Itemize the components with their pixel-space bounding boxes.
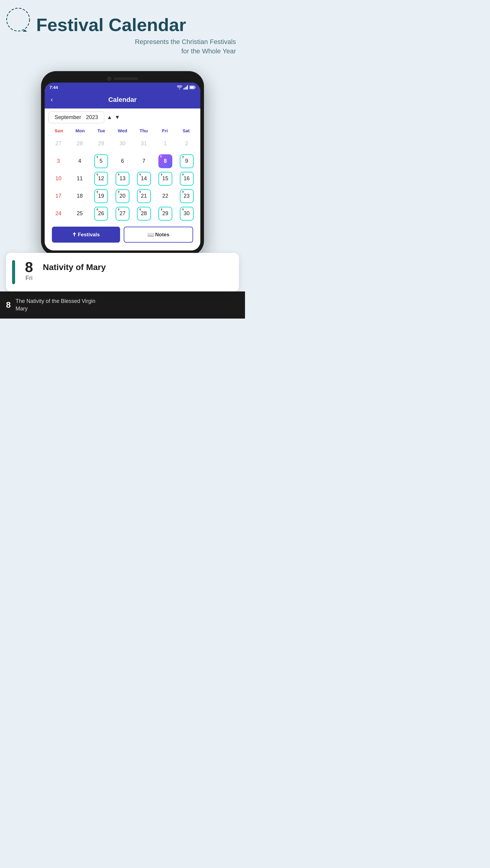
day-number: 27 bbox=[55, 141, 61, 147]
day-number: 3 bbox=[57, 158, 60, 164]
bottom-info-strip: 8 The Nativity of the Blessed VirginMary bbox=[0, 291, 245, 318]
cal-cell[interactable]: ✝13 bbox=[113, 170, 133, 187]
detail-event-title: Nativity of Mary bbox=[43, 262, 106, 273]
day-number: 17 bbox=[55, 193, 61, 199]
cal-day: ✝29 bbox=[158, 207, 172, 221]
cal-cell[interactable]: 11 bbox=[70, 170, 90, 187]
cal-cell[interactable]: 28 bbox=[70, 135, 90, 152]
cal-cell[interactable]: 1 bbox=[155, 135, 175, 152]
cal-cell[interactable]: ✝29 bbox=[155, 206, 175, 222]
cal-cell[interactable]: ✝9 bbox=[176, 153, 197, 169]
cal-cell[interactable]: 3 bbox=[48, 153, 68, 169]
signal-icon bbox=[183, 85, 188, 90]
cal-cell[interactable]: 27 bbox=[48, 135, 68, 152]
cal-cell[interactable]: 22 bbox=[155, 188, 175, 204]
cross-marker: ✝ bbox=[182, 190, 184, 194]
cross-marker: ✝ bbox=[139, 190, 141, 194]
cal-cell[interactable]: ✝16 bbox=[176, 170, 197, 187]
cross-marker: ✝ bbox=[160, 173, 163, 176]
cal-cell[interactable]: ✝5 bbox=[91, 153, 111, 169]
cal-cell[interactable]: ✝14 bbox=[134, 170, 154, 187]
cal-cell[interactable]: 6 bbox=[113, 153, 133, 169]
cal-cell[interactable]: 17 bbox=[48, 188, 68, 204]
cal-day: 2 bbox=[180, 137, 194, 151]
day-number: 5 bbox=[99, 158, 103, 164]
cal-cell[interactable]: 2 bbox=[176, 135, 197, 152]
cal-cell[interactable]: 7 bbox=[134, 153, 154, 169]
svg-rect-7 bbox=[195, 87, 196, 88]
app-navbar: ‹ Calendar bbox=[45, 92, 200, 108]
cal-cell[interactable]: 4 bbox=[70, 153, 90, 169]
cal-day: 27 bbox=[51, 137, 65, 151]
month-selector: September 2023 ▲ ▼ bbox=[48, 112, 197, 123]
cal-cell[interactable]: 10 bbox=[48, 170, 68, 187]
day-header-sun: Sun bbox=[48, 127, 69, 134]
cal-day: ✝5 bbox=[94, 154, 108, 168]
cal-cell[interactable]: ✝26 bbox=[91, 206, 111, 222]
svg-rect-5 bbox=[187, 85, 188, 90]
day-number: 10 bbox=[55, 176, 61, 182]
app-subtitle: Represents the Christian Festivalsfor th… bbox=[36, 37, 236, 56]
day-number: 2 bbox=[185, 141, 188, 147]
cal-cell[interactable]: 24 bbox=[48, 206, 68, 222]
day-number: 24 bbox=[55, 210, 61, 217]
phone-notch bbox=[45, 76, 200, 81]
cal-cell[interactable]: ✝30 bbox=[176, 206, 197, 222]
cal-cell[interactable]: ✝27 bbox=[113, 206, 133, 222]
svg-rect-8 bbox=[190, 86, 194, 88]
cal-cell[interactable]: ✝12 bbox=[91, 170, 111, 187]
cal-day: 24 bbox=[51, 207, 65, 221]
day-number: 27 bbox=[119, 210, 125, 217]
cross-marker: ✝ bbox=[182, 173, 184, 176]
cal-cell[interactable]: ✝21 bbox=[134, 188, 154, 204]
cal-cell[interactable]: ✝19 bbox=[91, 188, 111, 204]
cal-cell[interactable]: ✝28 bbox=[134, 206, 154, 222]
header-section: Festival Calendar Represents the Christi… bbox=[0, 0, 245, 62]
battery-icon bbox=[190, 86, 196, 89]
detail-day-name: Fri bbox=[25, 275, 32, 281]
phone-mockup-wrapper: 7:44 bbox=[0, 71, 245, 256]
cal-cell[interactable]: 29 bbox=[91, 135, 111, 152]
cal-day: 22 bbox=[158, 189, 172, 203]
cal-cell[interactable]: 25 bbox=[70, 206, 90, 222]
cal-day: 1 bbox=[158, 137, 172, 151]
cal-cell[interactable]: ✝23 bbox=[176, 188, 197, 204]
back-button[interactable]: ‹ bbox=[51, 96, 53, 104]
cal-cell[interactable]: ✝8 bbox=[155, 153, 175, 169]
cal-day: ✝12 bbox=[94, 172, 108, 186]
cal-cell[interactable]: 18 bbox=[70, 188, 90, 204]
cal-day: ✝27 bbox=[116, 207, 129, 221]
day-number: 11 bbox=[77, 176, 83, 182]
month-down-arrow[interactable]: ▼ bbox=[115, 114, 120, 121]
svg-rect-2 bbox=[183, 88, 184, 90]
cal-cell[interactable]: ✝15 bbox=[155, 170, 175, 187]
cal-cell[interactable]: 31 bbox=[134, 135, 154, 152]
cal-day: ✝26 bbox=[94, 207, 108, 221]
cal-day: ✝30 bbox=[180, 207, 194, 221]
status-icons bbox=[177, 85, 196, 90]
calendar-grid: 27282930311234✝567✝8✝91011✝12✝13✝14✝15✝1… bbox=[48, 135, 197, 222]
detail-accent-bar bbox=[12, 260, 15, 284]
calendar-container: September 2023 ▲ ▼ Sun Mon Tue Wed Thu F… bbox=[45, 108, 200, 250]
svg-rect-3 bbox=[185, 87, 185, 90]
tab-festivals-button[interactable]: ✝ Festivals bbox=[52, 227, 120, 243]
day-number: 7 bbox=[142, 158, 145, 164]
cross-marker: ✝ bbox=[117, 173, 120, 176]
app-title: Festival Calendar bbox=[36, 15, 236, 35]
month-up-arrow[interactable]: ▲ bbox=[107, 114, 112, 121]
cal-day: ✝8 bbox=[158, 154, 172, 168]
month-label: September bbox=[55, 114, 81, 121]
cross-marker: ✝ bbox=[139, 208, 141, 211]
cal-day: 29 bbox=[94, 137, 108, 151]
cross-marker: ✝ bbox=[160, 208, 163, 211]
cal-cell[interactable]: 30 bbox=[113, 135, 133, 152]
status-bar: 7:44 bbox=[45, 83, 200, 92]
cal-day: ✝9 bbox=[180, 154, 194, 168]
cal-cell[interactable]: ✝20 bbox=[113, 188, 133, 204]
tab-notes-button[interactable]: 📖 Notes bbox=[124, 227, 193, 243]
day-number: 12 bbox=[98, 176, 104, 182]
day-number: 15 bbox=[162, 176, 168, 182]
month-year-pill[interactable]: September 2023 bbox=[48, 112, 105, 123]
day-number: 8 bbox=[164, 158, 167, 164]
title-block: Festival Calendar Represents the Christi… bbox=[36, 15, 236, 56]
